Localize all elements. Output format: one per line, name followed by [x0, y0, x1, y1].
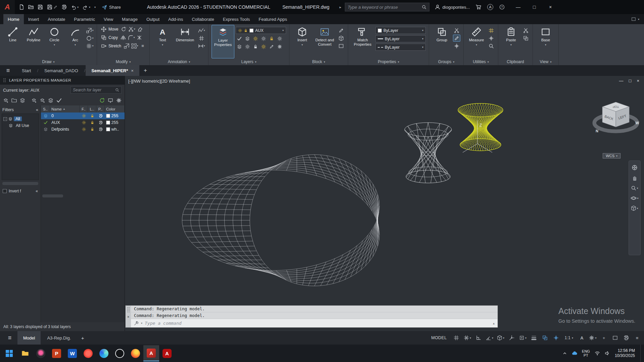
qat-customize-icon[interactable]: ▾ [94, 6, 96, 9]
color-swatch[interactable] [106, 114, 110, 118]
compass-north-label[interactable]: N [596, 129, 598, 133]
new-group-filter-icon[interactable] [11, 98, 17, 103]
ribbon-tab-manage[interactable]: Manage [118, 14, 142, 24]
group-button[interactable]: Group [432, 25, 452, 58]
infocenter-caret-icon[interactable]: ▸ [339, 5, 341, 9]
printer-icon[interactable] [99, 121, 103, 125]
ribbon-tab-output[interactable]: Output [142, 14, 164, 24]
mirror-button[interactable] [120, 34, 127, 41]
undo-dropdown-icon[interactable]: ▾ [77, 6, 79, 9]
sun-icon[interactable] [82, 127, 86, 131]
search-icon[interactable] [422, 5, 426, 9]
close-button[interactable]: × [542, 0, 558, 14]
layout-tab-a3[interactable]: A3-Rep.Dig. [41, 331, 77, 345]
layer-unlock-button[interactable] [252, 43, 259, 50]
move-button[interactable]: Move [100, 25, 119, 33]
arc-dropdown-icon[interactable]: ▾ [75, 43, 76, 47]
lineweight-combo[interactable]: ByLayer▾ [375, 35, 426, 42]
command-wrench-icon[interactable] [134, 321, 139, 326]
layer-row-0[interactable]: 0 255 [41, 112, 125, 119]
ungroup-button[interactable] [453, 27, 460, 34]
taskbar-app-firefox[interactable] [128, 345, 143, 361]
account-button[interactable]: diogopontes... [435, 4, 470, 10]
ribbon-tab-express[interactable]: Express Tools [219, 14, 255, 24]
text-button[interactable]: Text▾ [153, 25, 172, 58]
keyword-search-input[interactable] [348, 5, 420, 10]
panel-label-draw[interactable]: Draw▾ [3, 58, 94, 65]
match-properties-button[interactable]: Match Properties [351, 25, 374, 58]
ribbon-tab-view[interactable]: View [99, 14, 118, 24]
command-close-icon[interactable]: × [127, 315, 129, 319]
printer-icon[interactable] [99, 127, 103, 131]
command-input[interactable] [145, 321, 491, 326]
rectangle-tool-button[interactable]: ▾ [86, 27, 94, 34]
selection-cycling-toggle[interactable] [541, 333, 549, 342]
command-input-row[interactable]: ▾ ▴ [131, 319, 498, 327]
copy-clip-button[interactable] [522, 35, 530, 42]
command-window[interactable]: × Command: Regenerating model. Command: … [126, 306, 498, 327]
taskbar-app-1[interactable] [33, 345, 49, 361]
layer-list-hscrollbar[interactable] [42, 194, 63, 197]
column-freeze[interactable]: F.. [80, 105, 88, 112]
tree-expand-icon[interactable]: − [3, 117, 7, 121]
drawing-viewport[interactable]: [-][NW Isometric][2D Wireframe] — □ × Z … [125, 76, 644, 331]
detect-convert-button[interactable]: Detect and Convert [313, 25, 336, 58]
orbit-button[interactable]: ▾ [631, 195, 638, 201]
help-icon[interactable] [499, 4, 505, 10]
filters-hscrollbar[interactable] [2, 182, 38, 185]
filter-all[interactable]: − All [3, 116, 38, 122]
layer-search-input[interactable] [73, 88, 114, 92]
layout-menu-button[interactable]: ≡ [3, 331, 17, 345]
hatch-tool-button[interactable]: ▾ [86, 42, 94, 49]
wifi-icon[interactable] [595, 351, 600, 356]
rotate-button[interactable] [120, 26, 127, 33]
ellipse-tool-button[interactable]: ▾ [86, 35, 94, 42]
redo-dropdown-icon[interactable]: ▾ [89, 6, 90, 9]
tray-chevron-up-icon[interactable] [562, 351, 567, 356]
polar-toggle[interactable]: ▾ [486, 333, 494, 342]
base-view-button[interactable]: Base▾ [536, 25, 555, 58]
search-icon[interactable] [115, 88, 119, 92]
modify-more-button[interactable]: ≡ [139, 42, 146, 49]
pane-collapse-icon[interactable]: « [36, 189, 38, 193]
lock-icon[interactable] [90, 114, 94, 118]
measure-button[interactable]: Measure▾ [467, 25, 486, 58]
set-current-layer-icon[interactable] [56, 98, 62, 103]
save-as-button[interactable] [47, 4, 57, 10]
taskbar-app-powerpoint[interactable]: P [49, 345, 64, 361]
redo-button[interactable]: ▾ [83, 4, 90, 10]
command-window-grip[interactable]: × [126, 306, 131, 327]
taskbar-app-file-explorer[interactable] [17, 345, 33, 361]
open-file-button[interactable] [28, 4, 34, 10]
block-attributes-button[interactable] [337, 42, 345, 49]
leader-button[interactable]: ▾ [198, 27, 205, 34]
close-tab-icon[interactable]: × [131, 68, 134, 73]
linetype-combo[interactable]: ByLayer▾ [375, 44, 426, 51]
column-plot[interactable]: P.. [96, 105, 105, 112]
grip-dots-icon[interactable] [127, 307, 130, 312]
zoom-button[interactable]: ▾ [631, 185, 638, 191]
layer-row-aux[interactable]: AUX 255 [41, 119, 125, 126]
panel-label-groups[interactable]: Groups▾ [432, 58, 460, 65]
palette-header[interactable]: LAYER PROPERTIES MANAGER [0, 76, 125, 85]
share-button[interactable]: Share [102, 4, 121, 10]
monitor-icon[interactable] [108, 98, 113, 103]
layer-row-defpoints[interactable]: Defpoints wh.. [41, 126, 125, 133]
layer-properties-button[interactable]: Layer Properties [212, 25, 234, 58]
lock-icon[interactable] [90, 121, 94, 125]
copy-button[interactable]: Copy [100, 33, 119, 42]
wcs-button[interactable]: WCS ▾ [603, 153, 620, 159]
sun-icon[interactable] [82, 121, 86, 125]
pan-button[interactable] [632, 175, 638, 181]
model-tab[interactable]: Model [17, 331, 41, 345]
full-navigation-wheel-button[interactable] [632, 165, 638, 171]
osnap-toggle[interactable]: ▾ [519, 333, 527, 342]
dimension-button[interactable]: Dimension [174, 25, 196, 58]
column-lock[interactable]: L.. [88, 105, 96, 112]
showmotion-button[interactable]: ▾ [631, 206, 638, 211]
plot-status-button[interactable] [622, 333, 630, 342]
panel-label-view[interactable]: View▾ [536, 58, 555, 65]
line-button[interactable]: Line [3, 25, 22, 58]
keyword-search[interactable] [345, 3, 429, 11]
ribbon-tab-addins[interactable]: Add-ins [164, 14, 187, 24]
